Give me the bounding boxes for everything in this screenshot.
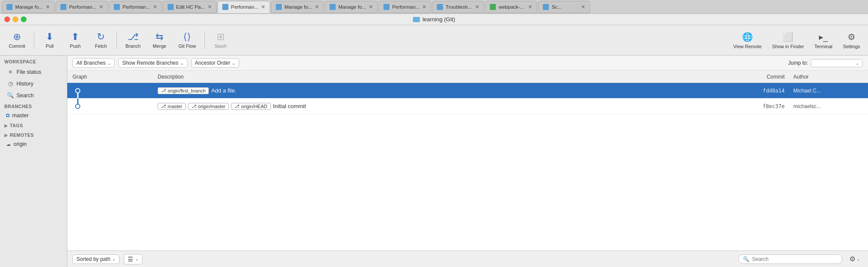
search-box[interactable]: 🔍 <box>738 254 842 264</box>
branch-dot-master <box>6 114 10 117</box>
tab-icon-9 <box>437 4 443 10</box>
settings-button[interactable]: ⚙ Settings <box>838 29 865 52</box>
bottom-settings-button[interactable]: ⚙ ⌄ <box>847 254 863 264</box>
show-in-finder-label: Show in Finder <box>772 44 804 49</box>
sidebar: WORKSPACE ≡ File status ◷ History 🔍 Sear… <box>0 56 67 267</box>
ancestor-order-label: Ancestor Order <box>195 60 230 66</box>
sidebar-master-label: master <box>12 112 29 119</box>
fetch-button[interactable]: ↻ Fetch <box>89 30 113 51</box>
sidebar-remote-origin[interactable]: ☁ origin <box>0 139 67 149</box>
tab-close-8[interactable]: ✕ <box>422 4 426 10</box>
terminal-button[interactable]: ▸_ Terminal <box>810 29 837 52</box>
tab-close-7[interactable]: ✕ <box>369 4 373 10</box>
sidebar-item-file-status[interactable]: ≡ File status <box>2 66 65 77</box>
sidebar-item-search[interactable]: 🔍 Search <box>2 90 65 101</box>
sidebar-history-label: History <box>17 81 33 87</box>
branch-tag-label-origin-head: origin/HEAD <box>241 104 267 109</box>
file-status-icon: ≡ <box>7 69 14 75</box>
tab-sc-11[interactable]: Sc... ✕ <box>538 1 590 13</box>
stash-button[interactable]: ⊞ Stash <box>208 30 232 51</box>
fetch-label: Fetch <box>95 43 107 49</box>
toolbar-divider-1 <box>34 32 34 49</box>
stash-icon: ⊞ <box>217 32 224 42</box>
tab-manage-6[interactable]: Manage fo... ✕ <box>271 1 324 13</box>
sort-label: Sorted by path <box>76 256 110 262</box>
remotes-header: ▶ REMOTES <box>0 130 67 139</box>
toolbar-divider-2 <box>116 32 117 49</box>
graph-dot-1 <box>75 104 80 109</box>
tab-close-11[interactable]: ✕ <box>581 4 585 10</box>
bottom-bar: Sorted by path ⌄ ☰ ⌄ 🔍 ⚙ ⌄ <box>67 251 868 267</box>
branch-label: Branch <box>125 43 141 49</box>
workspace-header: WORKSPACE <box>0 56 67 66</box>
tab-edit-4[interactable]: Edit HC Pa... ✕ <box>163 1 217 13</box>
remotes-label: REMOTES <box>10 132 34 138</box>
jump-to-label: Jump to: <box>788 60 808 66</box>
tab-perf-3[interactable]: Performan... ✕ <box>109 1 162 13</box>
tab-webpack-10[interactable]: webpack-... ✕ <box>485 1 537 13</box>
tab-manage-7[interactable]: Manage fo... ✕ <box>325 1 378 13</box>
remotes-expand-icon[interactable]: ▶ <box>4 133 8 138</box>
push-button[interactable]: ⬆ Push <box>63 30 87 51</box>
sidebar-file-status-label: File status <box>17 69 41 75</box>
graph-dot-0 <box>75 88 80 93</box>
tab-icon-8 <box>383 4 389 10</box>
tab-close-2[interactable]: ✕ <box>99 4 103 10</box>
tab-label-7: Manage fo... <box>338 4 366 10</box>
tab-perf-8[interactable]: Performan... ✕ <box>379 1 431 13</box>
title-bar: learning (Git) <box>0 14 868 25</box>
jump-to-dropdown[interactable]: ⌄ <box>811 59 863 67</box>
branch-icon-origin-head: ⎇ <box>234 104 240 109</box>
tab-label-9: Troublesh... <box>446 4 472 10</box>
all-branches-label: All Branches <box>76 60 106 66</box>
commit-row-0[interactable]: ⎇ origin/first_branch Add a file. fdd8a1… <box>67 83 868 99</box>
ancestor-order-dropdown[interactable]: Ancestor Order ⌄ <box>191 58 239 68</box>
tab-close-6[interactable]: ✕ <box>315 4 319 10</box>
view-dropdown[interactable]: ☰ ⌄ <box>124 254 142 264</box>
branch-tag-label-0: origin/first_branch <box>168 88 205 93</box>
maximize-button[interactable] <box>21 16 26 22</box>
view-remote-button[interactable]: 🌐 View Remote <box>729 29 766 52</box>
branches-header: BRANCHES <box>0 101 67 111</box>
minimize-button[interactable] <box>13 16 18 22</box>
tab-close-5[interactable]: ✕ <box>261 4 265 10</box>
all-branches-chevron: ⌄ <box>107 61 111 66</box>
desc-cell-0: ⎇ origin/first_branch Add a file. <box>154 87 746 94</box>
sidebar-item-history[interactable]: ◷ History <box>2 78 65 89</box>
gitflow-button[interactable]: ⟨⟩ Git Flow <box>173 30 201 51</box>
tab-label-3: Performan... <box>122 4 150 10</box>
pull-button[interactable]: ⬇ Pull <box>38 30 62 51</box>
tab-close-9[interactable]: ✕ <box>475 4 479 10</box>
search-input[interactable] <box>752 256 838 262</box>
traffic-lights <box>4 16 26 22</box>
branch-icon-0: ⎇ <box>161 88 166 93</box>
show-remote-chevron: ⌄ <box>180 61 184 66</box>
tab-label-2: Performan... <box>69 4 96 10</box>
tab-close-4[interactable]: ✕ <box>208 4 212 10</box>
tab-perf-2[interactable]: Performan... ✕ <box>56 1 108 13</box>
sort-dropdown[interactable]: Sorted by path ⌄ <box>73 254 119 264</box>
tab-perf-5[interactable]: Performan... ✕ <box>218 1 270 13</box>
tab-close-10[interactable]: ✕ <box>528 4 532 10</box>
commit-row-1[interactable]: ⎇ master ⎇ origin/master ⎇ origin/HEAD I… <box>67 99 868 114</box>
commit-button[interactable]: ⊕ Commit <box>3 30 30 51</box>
tags-expand-icon[interactable]: ▶ <box>4 123 8 128</box>
window-title-text: learning (Git) <box>422 16 455 23</box>
sidebar-branch-master[interactable]: master <box>0 111 67 120</box>
all-branches-dropdown[interactable]: All Branches ⌄ <box>73 58 115 68</box>
branch-button[interactable]: ⎇ Branch <box>120 30 146 51</box>
tab-manage-1[interactable]: Manage fo... ✕ <box>2 1 55 13</box>
show-remote-dropdown[interactable]: Show Remote Branches ⌄ <box>118 58 187 68</box>
branch-icon-origin-master: ⎇ <box>191 104 197 109</box>
tab-trouble-9[interactable]: Troublesh... ✕ <box>432 1 484 13</box>
tab-close-1[interactable]: ✕ <box>46 4 50 10</box>
show-in-finder-button[interactable]: ⬜ Show in Finder <box>768 29 808 52</box>
commit-icon: ⊕ <box>13 32 21 42</box>
merge-button[interactable]: ⇆ Merge <box>148 30 172 51</box>
tab-close-3[interactable]: ✕ <box>153 4 157 10</box>
show-in-finder-icon: ⬜ <box>782 32 793 42</box>
graph-cell-0 <box>67 83 154 98</box>
close-button[interactable] <box>4 16 10 22</box>
push-icon: ⬆ <box>71 32 79 42</box>
col-author-header: Author <box>790 74 868 80</box>
